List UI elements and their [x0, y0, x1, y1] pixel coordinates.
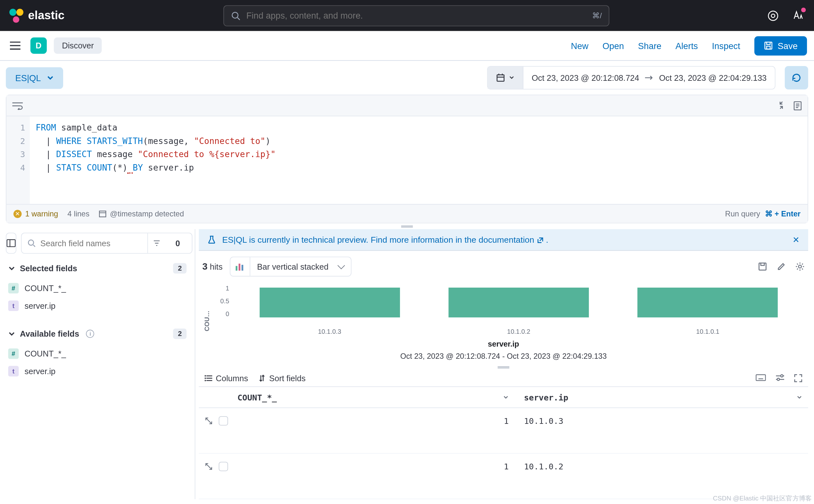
brand-name: elastic: [28, 9, 65, 22]
filter-icon[interactable]: [147, 233, 165, 253]
field-total-count: 0: [170, 239, 186, 248]
nav-toggle-icon[interactable]: [7, 38, 23, 54]
gear-icon[interactable]: [795, 262, 805, 271]
global-search-input[interactable]: [246, 11, 586, 21]
link-open[interactable]: Open: [603, 41, 624, 51]
field-item-ip-avail[interactable]: tserver.ip: [6, 362, 195, 380]
svg-point-2: [768, 11, 778, 20]
svg-point-38: [205, 375, 206, 376]
svg-rect-22: [7, 240, 15, 247]
selected-fields-header[interactable]: Selected fields 2: [6, 257, 195, 279]
editor-body[interactable]: 1 2 3 4 FROM sample_data | WHERE STARTS_…: [6, 116, 808, 204]
svg-point-34: [799, 265, 801, 268]
chevron-down-icon: [509, 75, 515, 80]
th-label: server.ip: [524, 392, 568, 402]
field-search-input[interactable]: [40, 239, 143, 248]
breadcrumb[interactable]: Discover: [54, 38, 102, 54]
global-search[interactable]: ⌘/: [223, 5, 609, 26]
list-icon: [205, 375, 212, 382]
app-bar: D Discover New Open Share Alerts Inspect…: [0, 31, 814, 61]
editor-toolbar: [6, 95, 808, 116]
edit-icon[interactable]: [776, 262, 786, 271]
space-avatar[interactable]: D: [30, 38, 47, 54]
field-item-ip[interactable]: tserver.ip: [6, 297, 195, 315]
search-icon: [231, 11, 240, 20]
code-text: ): [265, 136, 271, 146]
row-checkbox[interactable]: [219, 462, 228, 471]
chart: COU… 1 0.5 0 10.1.0.3 10.1.0.2 10.1.0.1 …: [199, 282, 808, 364]
run-query-hint[interactable]: Run query ⌘ + Enter: [725, 209, 801, 218]
chevron-down-icon: [8, 265, 15, 272]
link-alerts[interactable]: Alerts: [676, 41, 698, 51]
save-icon: [764, 41, 773, 50]
code-text: |: [36, 163, 56, 172]
svg-point-0: [232, 12, 238, 18]
chart-resize-grip[interactable]: [199, 364, 808, 370]
svg-rect-8: [767, 46, 770, 49]
sidebar-toggle[interactable]: [6, 233, 16, 254]
columns-button[interactable]: Columns: [205, 374, 248, 383]
svg-point-3: [771, 14, 775, 17]
date-picker[interactable]: Oct 23, 2023 @ 20:12:08.724 Oct 23, 2023…: [487, 66, 776, 89]
row-checkbox[interactable]: [219, 416, 228, 425]
chart-type-label: Bar vertical stacked: [250, 262, 351, 271]
bar-chart-icon: [230, 257, 250, 276]
code-area[interactable]: FROM sample_data | WHERE STARTS_WITH(mes…: [30, 116, 808, 204]
resize-grip[interactable]: [0, 223, 814, 229]
doc-icon[interactable]: [793, 101, 802, 110]
available-fields-header[interactable]: Available fields i 2: [6, 323, 195, 345]
date-range-display[interactable]: Oct 23, 2023 @ 20:12:08.724 Oct 23, 2023…: [524, 73, 775, 82]
elastic-logo[interactable]: elastic: [9, 8, 64, 22]
chart-type-selector[interactable]: Bar vertical stacked: [230, 256, 351, 276]
warning-badge[interactable]: ✕1 warning: [13, 209, 58, 218]
linecount: 4 lines: [67, 209, 89, 218]
callout-link[interactable]: Find more information in the documentati…: [371, 235, 534, 244]
bar-1[interactable]: [259, 288, 400, 317]
minimize-icon[interactable]: [777, 101, 785, 110]
th-ip[interactable]: server.ip: [518, 392, 808, 402]
number-type-icon: #: [8, 283, 19, 293]
table-toolbar: Columns Sort fields: [199, 370, 808, 386]
beaker-icon: [207, 235, 216, 244]
th-count[interactable]: COUNT_*_: [231, 392, 518, 402]
preview-callout: ES|QL is currently in technical preview.…: [199, 229, 808, 251]
help-icon[interactable]: [766, 8, 780, 22]
code-text: server.ip: [143, 163, 194, 172]
date-from: Oct 23, 2023 @ 20:12:08.724: [532, 73, 639, 82]
save-button[interactable]: Save: [754, 36, 807, 55]
bar-3[interactable]: [638, 288, 778, 317]
fullscreen-icon[interactable]: [794, 374, 802, 382]
warning-icon: ✕: [13, 210, 22, 218]
fn: COUNT: [87, 163, 112, 172]
save-label: Save: [778, 41, 798, 51]
save-vis-icon[interactable]: [758, 262, 767, 271]
keyboard-icon[interactable]: [756, 374, 766, 382]
link-share[interactable]: Share: [638, 41, 661, 51]
svg-rect-20: [99, 211, 106, 217]
expand-icon[interactable]: [205, 417, 213, 425]
field-item-count[interactable]: #COUNT_*_: [6, 280, 195, 297]
timestamp-detected: @timestamp detected: [99, 209, 184, 218]
field-item-count-avail[interactable]: #COUNT_*_: [6, 345, 195, 363]
link-inspect[interactable]: Inspect: [712, 41, 740, 51]
field-search[interactable]: 0: [21, 233, 192, 254]
sort-label: Sort fields: [269, 374, 305, 383]
y-axis-label: COU…: [203, 311, 210, 332]
refresh-button[interactable]: [785, 66, 808, 89]
info-icon[interactable]: i: [86, 330, 95, 338]
close-icon[interactable]: ✕: [793, 235, 800, 244]
cell-count: 1: [231, 462, 518, 471]
wrap-lines-icon[interactable]: [12, 101, 23, 110]
expand-icon[interactable]: [205, 462, 213, 471]
str: "Connected to": [194, 136, 265, 146]
line-gutter: 1 2 3 4: [6, 116, 30, 204]
date-quick-icon[interactable]: [488, 67, 524, 89]
settings-icon[interactable]: [776, 374, 785, 382]
field-label: server.ip: [25, 301, 55, 310]
bar-2[interactable]: [449, 288, 589, 317]
link-new[interactable]: New: [571, 41, 589, 51]
dataview-picker[interactable]: ES|QL: [6, 67, 63, 88]
sort-button[interactable]: Sort fields: [258, 374, 305, 383]
newsfeed-icon[interactable]: [791, 8, 805, 22]
kw: STATS: [56, 163, 87, 172]
